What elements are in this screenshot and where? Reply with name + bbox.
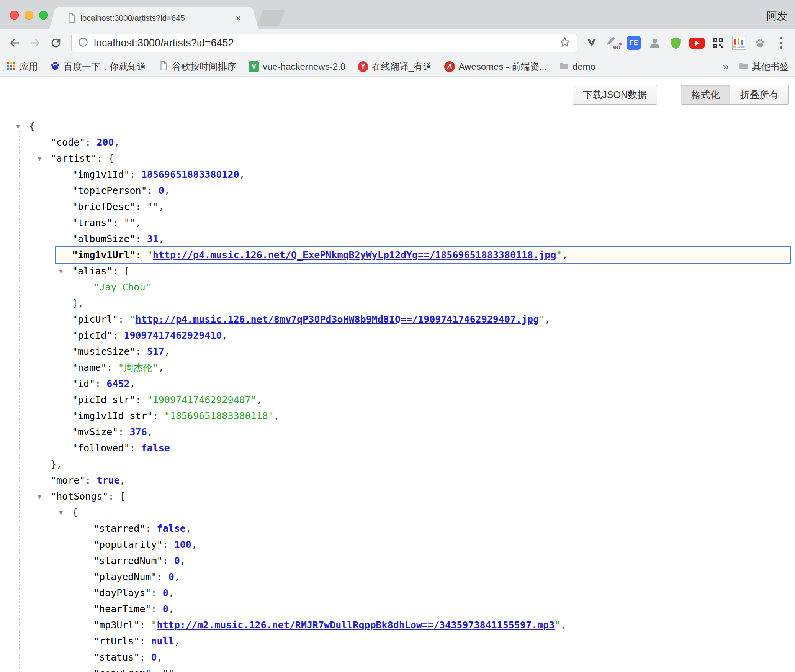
json-punct: }, [51,459,62,470]
bookmark-item-vue-hackernews[interactable]: V vue-hackernews-2.0 [249,61,345,72]
forward-button[interactable] [26,34,44,52]
address-bar[interactable]: localhost:3000/artists?id=6452 [71,34,577,52]
json-key: "status" [93,652,139,663]
fe-extension-icon[interactable]: FE [625,34,642,51]
json-punct: : [139,636,151,647]
json-number: true [97,475,119,486]
json-line: "popularity": 100, [0,537,795,553]
json-punct: : [136,346,147,357]
browser-menu-icon[interactable] [773,34,790,51]
json-punct: , [130,378,136,389]
json-line: "musicSize": 517, [0,344,795,360]
json-line: "albumSize": 31, [0,231,795,247]
close-window-button[interactable] [10,11,19,20]
qr-code-extension-icon[interactable] [710,34,726,51]
json-punct: , [159,362,164,373]
translate-en-label: en [613,44,620,51]
minimize-window-button[interactable] [25,11,33,20]
json-punct: { [72,507,78,518]
json-string: "周杰伦" [118,362,158,373]
tab-close-icon[interactable]: × [236,13,241,23]
player-label: PLAYER [733,46,745,49]
profile-name[interactable]: 阿发 [767,9,787,23]
json-line: ▼{ [0,505,795,521]
paw-extension-icon[interactable] [752,34,769,51]
url-text[interactable]: localhost:3000/artists?id=6452 [94,37,559,49]
json-string: "18569651883380118" [164,410,274,421]
bookmark-item-google-sort[interactable]: 谷歌按时间排序 [159,61,236,73]
json-punct: , [164,185,170,196]
json-line-highlighted: "img1v1Url": "http://p4.music.126.net/Q_… [55,246,791,264]
page-content: 下载JSON数据 格式化 折叠所有 ▼{"code": 200,▼"artist… [0,77,795,672]
json-line: }, [0,456,795,472]
json-link[interactable]: http://m2.music.126.net/RMJR7wDullRqppBk… [157,620,555,631]
json-punct: : [97,153,108,164]
other-bookmarks-folder[interactable]: 其他书签 [739,61,789,73]
json-key: "albumSize" [72,233,136,244]
page-info-icon[interactable] [78,37,88,49]
json-line: "status": 0, [0,649,795,665]
json-controls: 下载JSON数据 格式化 折叠所有 [0,85,795,105]
bookmark-item-baidu[interactable]: 百度一下，你就知道 [50,61,146,73]
json-punct: , [545,314,550,325]
back-button[interactable] [5,34,24,52]
new-tab-button[interactable] [257,10,285,26]
json-punct: : [136,249,147,261]
browser-tab[interactable]: localhost:3000/artists?id=645 × [58,7,250,29]
json-punct: , [164,346,170,357]
bookmark-item-demo[interactable]: demo [559,61,595,72]
json-key: "alias" [72,266,112,277]
json-punct: : [136,201,147,212]
bookmark-item-apps[interactable]: 应用 [6,61,38,73]
json-punct: { [29,121,35,132]
json-key: "artist" [51,153,97,164]
bookmark-item-awesomes[interactable]: A Awesomes - 前端资... [444,61,546,73]
json-punct: , [180,555,186,566]
json-line: "name": "周杰伦", [0,360,795,376]
json-punct: , [222,330,227,341]
json-key: "picId_str" [72,394,136,405]
json-string: " [539,314,545,325]
reload-button[interactable] [47,34,65,52]
json-punct: : [157,571,168,582]
translate-pen-icon[interactable]: en [604,34,621,51]
json-punct: : [139,652,151,663]
json-punct: "" [124,217,135,228]
json-line: "rtUrls": null, [0,633,795,649]
json-punct: , [157,652,163,663]
tree-guide-line [19,131,20,670]
json-string: " [555,620,560,631]
json-number: 0 [159,185,164,196]
json-punct: : [112,266,124,277]
vee-extension-icon[interactable] [583,34,600,51]
json-number: null [151,636,174,647]
json-punct: : [163,555,174,566]
json-key: "starred" [93,523,145,534]
bookmarks-overflow-chevron[interactable]: » [723,61,729,73]
json-line: ▼{ [0,118,795,134]
json-number: 0 [168,571,174,582]
collapse-all-button[interactable]: 折叠所有 [730,85,789,105]
json-link[interactable]: http://p4.music.126.net/8mv7qP30Pd3oHW8b… [136,314,539,325]
json-punct: , [174,571,180,582]
json-tree: ▼{"code": 200,▼"artist": {"img1v1Id": 18… [0,118,795,672]
json-punct: : [151,668,163,672]
format-button[interactable]: 格式化 [681,85,730,105]
person-extension-icon[interactable] [646,34,663,51]
fullscreen-window-button[interactable] [39,11,48,20]
json-line: "briefDesc": "", [0,199,795,215]
json-number: 31 [147,233,159,244]
json-punct: , [136,217,141,228]
json-string: " [147,249,153,261]
download-json-button[interactable]: 下载JSON数据 [573,85,657,105]
json-line: "mvSize": 376, [0,424,795,440]
bookmark-item-youdao[interactable]: Y 在线翻译_有道 [358,61,432,73]
json-punct: : [139,620,151,631]
shield-extension-icon[interactable] [667,34,684,51]
youtube-extension-icon[interactable] [689,34,705,51]
bookmark-star-icon[interactable] [559,36,571,49]
json-punct: : [118,426,129,438]
browser-toolbar: localhost:3000/artists?id=6452 en FE [0,29,795,57]
player-extension-icon[interactable]: PLAYER [731,34,748,51]
json-link[interactable]: http://p4.music.126.net/Q_ExePNkmqB2yWyL… [153,249,556,261]
